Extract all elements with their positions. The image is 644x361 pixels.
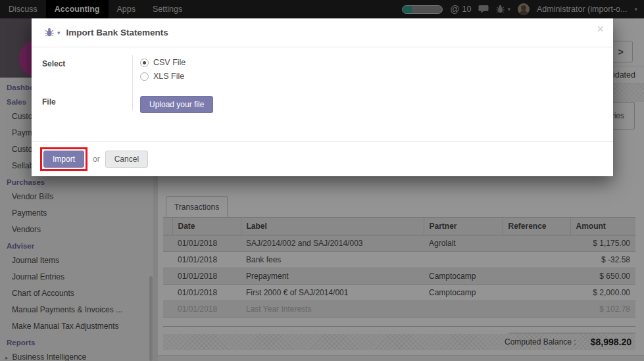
import-bank-statements-dialog: ▾ Import Bank Statements × Select CSV Fi… bbox=[32, 18, 613, 176]
file-field-row: File Upload your file bbox=[42, 96, 613, 113]
radio-option-xls[interactable]: XLS File bbox=[140, 72, 186, 81]
annotation-highlight-box: Import bbox=[40, 147, 87, 171]
chevron-down-icon[interactable]: ▾ bbox=[57, 30, 61, 36]
radio-selected-icon[interactable] bbox=[140, 59, 149, 67]
radio-option-csv[interactable]: CSV File bbox=[140, 58, 186, 67]
file-field: Upload your file bbox=[132, 96, 213, 113]
radio-option-csv-label: CSV File bbox=[153, 58, 186, 67]
radio-unselected-icon[interactable] bbox=[140, 72, 149, 81]
file-field-label: File bbox=[42, 96, 132, 107]
cancel-button[interactable]: Cancel bbox=[105, 151, 148, 168]
select-field-row: Select CSV File XLS File bbox=[42, 58, 613, 85]
bug-icon bbox=[45, 28, 54, 37]
select-field: CSV File XLS File bbox=[132, 58, 186, 85]
select-field-label: Select bbox=[42, 58, 132, 68]
dialog-title: Import Bank Statements bbox=[66, 28, 168, 37]
import-button[interactable]: Import bbox=[43, 151, 84, 168]
label-field-separator bbox=[132, 55, 133, 110]
dialog-footer: Import or Cancel bbox=[32, 141, 613, 176]
or-text: or bbox=[93, 155, 100, 164]
dialog-body: Select CSV File XLS File File Upload you… bbox=[32, 47, 613, 141]
close-icon[interactable]: × bbox=[597, 23, 604, 35]
screen: Discuss Accounting Apps Settings @ 10 ▾ … bbox=[0, 0, 644, 361]
radio-option-xls-label: XLS File bbox=[153, 72, 184, 81]
upload-file-button[interactable]: Upload your file bbox=[140, 96, 213, 113]
dialog-header: ▾ Import Bank Statements × bbox=[32, 18, 613, 47]
